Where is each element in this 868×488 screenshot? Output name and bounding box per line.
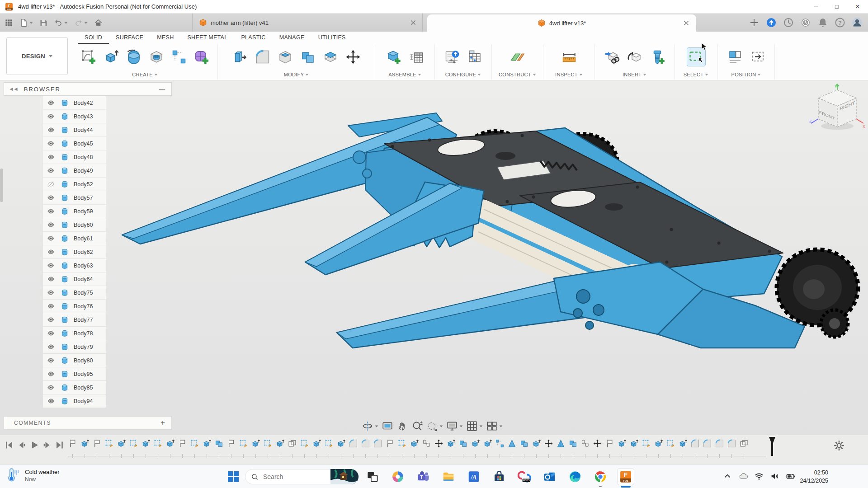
capture-position-button[interactable] [726, 48, 744, 66]
timeline-step-forward-button[interactable] [42, 440, 52, 450]
browser-header[interactable]: ◄◄ BROWSER — [4, 82, 172, 96]
ribbon-group-label[interactable]: CONSTRUCT [499, 70, 536, 80]
extrude-button[interactable] [102, 48, 120, 66]
visibility-eye-icon[interactable] [47, 99, 55, 107]
ribbon-group-label[interactable]: ASSEMBLE [388, 70, 421, 80]
view-cube[interactable]: FRONT RIGHT Y Z X [808, 84, 866, 134]
viewports-button[interactable] [486, 420, 503, 432]
ribbon-group-label[interactable]: CREATE [132, 70, 158, 80]
visibility-eye-icon[interactable] [47, 397, 55, 405]
visibility-eye-icon[interactable] [47, 329, 55, 337]
file-new-button[interactable] [18, 16, 35, 29]
save-button[interactable] [38, 16, 50, 29]
learning-button[interactable] [800, 17, 811, 28]
redo-button[interactable] [72, 16, 90, 29]
ribbon-group-label[interactable]: POSITION [731, 70, 761, 80]
visibility-eye-icon[interactable] [47, 275, 55, 283]
bom-table-button[interactable] [407, 48, 425, 66]
browser-item-body59[interactable]: Body59 [43, 205, 106, 218]
profile-button[interactable] [852, 17, 863, 28]
close-button[interactable]: ✕ [847, 0, 868, 14]
look-at-button[interactable] [382, 420, 393, 432]
browser-scrollbar[interactable] [0, 169, 3, 202]
visibility-eye-icon[interactable] [47, 153, 55, 161]
teams-taskbar-button[interactable]: T [415, 469, 431, 485]
browser-item-body49[interactable]: Body49 [43, 164, 106, 177]
create-sketch-button[interactable] [80, 48, 98, 66]
visibility-eye-icon[interactable] [47, 316, 55, 324]
ribbon-tab-mesh[interactable]: MESH [150, 32, 180, 44]
help-button[interactable]: ? [835, 17, 845, 28]
notifications-button[interactable] [817, 17, 828, 28]
visibility-eye-icon[interactable] [47, 221, 55, 229]
undo-button[interactable] [52, 16, 70, 29]
wifi-tray-button[interactable] [754, 471, 764, 481]
ribbon-group-label[interactable]: MODIFY [284, 70, 309, 80]
visibility-eye-icon[interactable] [47, 302, 55, 310]
home-button[interactable] [92, 16, 104, 29]
visibility-eye-icon[interactable] [47, 370, 55, 378]
fastener-button[interactable] [648, 48, 666, 66]
add-comment-icon[interactable]: + [160, 418, 165, 427]
timeline-settings-gear-icon[interactable] [833, 440, 845, 451]
maximize-button[interactable]: □ [826, 0, 847, 14]
derive-button[interactable] [626, 48, 644, 66]
browser-item-body57[interactable]: Body57 [43, 191, 106, 204]
visibility-eye-icon[interactable] [47, 194, 55, 202]
new-component-button[interactable] [385, 48, 403, 66]
fit-button[interactable] [426, 420, 443, 432]
visibility-eye-off-icon[interactable] [47, 180, 55, 188]
display-button[interactable] [446, 420, 463, 432]
close-tab-icon[interactable] [409, 18, 418, 27]
browser-item-body64[interactable]: Body64 [43, 272, 106, 286]
visibility-eye-icon[interactable] [47, 126, 55, 134]
edge-taskbar-button[interactable] [567, 469, 583, 485]
browser-item-body62[interactable]: Body62 [43, 245, 106, 258]
search-highlight-image[interactable] [330, 469, 359, 484]
ribbon-tab-manage[interactable]: MANAGE [273, 32, 311, 44]
press-pull-button[interactable] [231, 48, 249, 66]
visibility-eye-icon[interactable] [47, 289, 55, 296]
browser-item-body94[interactable]: Body94 [43, 394, 106, 408]
add-tab-button[interactable] [749, 17, 760, 28]
combine-button[interactable] [299, 48, 317, 66]
browser-item-body42[interactable]: Body42 [43, 96, 106, 109]
grid-button[interactable] [466, 420, 483, 432]
browser-item-body61[interactable]: Body61 [43, 232, 106, 245]
search-input[interactable] [263, 473, 322, 480]
move-button[interactable] [344, 48, 362, 66]
outlook-taskbar-button[interactable] [542, 469, 558, 485]
config-table-button[interactable] [466, 48, 484, 66]
browser-item-body48[interactable]: Body48 [43, 150, 106, 164]
comments-bar[interactable]: COMMENTS + [4, 416, 172, 430]
hole-button[interactable] [147, 48, 165, 66]
extensions-button[interactable] [766, 17, 777, 28]
fillet-button[interactable] [254, 48, 272, 66]
visibility-eye-icon[interactable] [47, 248, 55, 256]
collapse-panel-icon[interactable]: ◄◄ [9, 86, 18, 92]
offset-face-button[interactable] [321, 48, 340, 66]
minimize-button[interactable]: ─ [806, 0, 826, 14]
ribbon-tab-utilities[interactable]: UTILITIES [311, 32, 353, 44]
zoom-button[interactable] [411, 420, 423, 432]
browser-item-body43[interactable]: Body43 [43, 110, 106, 123]
task-view-taskbar-button[interactable] [364, 469, 381, 485]
browser-item-body63[interactable]: Body63 [43, 259, 106, 272]
ribbon-tab-surface[interactable]: SURFACE [109, 32, 150, 44]
ribbon-tab-sheet-metal[interactable]: SHEET METAL [180, 32, 234, 44]
browser-item-body76[interactable]: Body76 [43, 300, 106, 313]
minimize-panel-icon[interactable]: — [159, 86, 166, 93]
browser-item-body78[interactable]: Body78 [43, 327, 106, 340]
taskbar-clock[interactable]: 02:50 24/12/2025 [800, 469, 828, 485]
visibility-eye-icon[interactable] [47, 343, 55, 351]
model-viewport[interactable]: ◄◄ BROWSER — Body42Body43Body44Body45Bod… [0, 80, 868, 435]
ribbon-tab-solid[interactable]: SOLID [78, 32, 109, 44]
shell-button[interactable] [276, 48, 294, 66]
configuration-button[interactable] [443, 48, 461, 66]
pattern-button[interactable] [170, 48, 188, 66]
ribbon-tab-plastic[interactable]: PLASTIC [234, 32, 272, 44]
form-button[interactable] [193, 48, 211, 66]
ribbon-group-label[interactable]: SELECT [684, 70, 709, 80]
onedrive-tray-button[interactable] [738, 471, 748, 481]
app-a-taskbar-button[interactable]: /A [466, 469, 482, 485]
